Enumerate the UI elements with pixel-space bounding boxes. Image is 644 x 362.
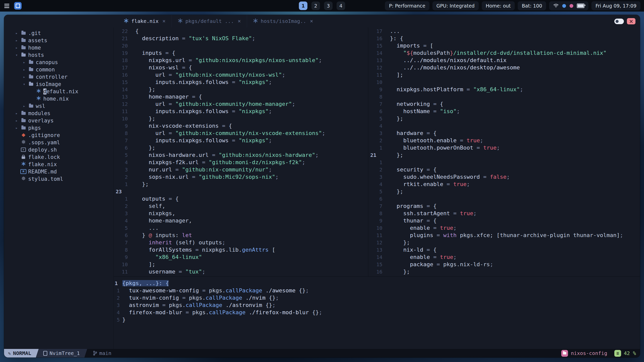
tree-item-isoImage[interactable]: ▾isoImage [4,80,113,88]
titlebar-toggle-button[interactable] [614,19,624,24]
chevron-right-icon[interactable]: ▸ [13,31,20,35]
chevron-down-icon[interactable]: ▾ [13,53,20,57]
code-line[interactable]: 8 [368,93,640,100]
workspace-button-4[interactable]: 4 [337,2,345,10]
code-line[interactable]: 13 ../../modules/nixos/default.nix [368,57,640,64]
tab-hosts/isoImag..[interactable]: hosts/isoImag..× [247,15,319,27]
bluetooth-icon[interactable] [562,4,566,8]
battery-icon[interactable] [577,4,584,8]
code-line[interactable]: 4 nixpkgs-f2k.url = "github:moni-dz/nixp… [114,159,368,166]
code-line[interactable]: 10 [368,78,640,86]
code-line[interactable]: 23 [114,188,368,195]
code-line[interactable]: 14 enable = true; [368,253,640,261]
code-line[interactable]: 3 hardware = { [368,129,640,137]
tree-item-flake.nix[interactable]: flake.nix [4,161,113,168]
code-line[interactable]: 10 ]; [114,261,368,268]
code-line[interactable]: 4 firefox-mod-blur = pkgs.callPackage ./… [114,309,640,316]
code-line[interactable]: 1 outputs = { [114,195,368,202]
tree-item-common[interactable]: ▸common [4,66,113,73]
tab-pkgs/default ...[interactable]: pkgs/default ...× [172,15,247,27]
clock[interactable]: Fri Aug 09, 17:09 [591,1,640,10]
code-line[interactable]: 17 nixos-wsl = { [114,64,368,71]
code-line[interactable]: 21 description = "tux's NixOS Flake"; [114,35,368,42]
code-line[interactable]: 16}: { [368,35,640,42]
code-line[interactable]: 7 programs = { [368,202,640,210]
workspace-button-3[interactable]: 3 [324,2,333,10]
chevron-right-icon[interactable]: ▸ [21,104,28,108]
chevron-right-icon[interactable]: ▸ [21,60,28,65]
code-line[interactable]: 15 package = pkgs.nix-ld-rs; [368,261,640,268]
window-close-button[interactable]: × [627,18,635,24]
code-line[interactable]: 5 ... [114,224,368,232]
tree-item-canopus[interactable]: ▸canopus [4,59,113,66]
tree-item-home[interactable]: ▸home [4,44,113,51]
battery-module[interactable]: Bat: 100 [518,1,546,10]
tree-item-.gitignore[interactable]: .gitignore [4,131,113,139]
chevron-right-icon[interactable]: ▸ [13,118,20,123]
code-line[interactable]: 5 }; [368,188,640,195]
code-line[interactable]: 2 security = { [368,166,640,173]
code-line[interactable]: 14 }; [114,86,368,93]
tree-item-modules[interactable]: ▸modules [4,110,113,117]
code-line[interactable]: 20 [114,42,368,49]
chevron-right-icon[interactable]: ▸ [13,111,20,116]
code-line[interactable]: 12 url = "github:nix-community/home-mana… [114,100,368,108]
tree-item-home.nix[interactable]: home.nix [4,95,113,102]
power-profile-module[interactable]: P: Performance [385,1,429,10]
tab-close-icon[interactable]: × [309,18,313,24]
tab-flake.nix[interactable]: flake.nix× [118,15,172,27]
tree-item-.sops.yaml[interactable]: .sops.yaml [4,139,113,146]
code-line[interactable]: 11 username = "tux"; [114,268,368,275]
code-line[interactable]: 9 thunar = { [368,217,640,224]
code-line[interactable]: 4 [368,122,640,129]
code-line[interactable]: 2 bluetooth.enable = true; [368,137,640,144]
chevron-right-icon[interactable]: ▸ [13,46,20,50]
code-line[interactable]: 9 nixpkgs.hostPlatform = "x86_64-linux"; [368,86,640,93]
tree-item-.git[interactable]: ▸.git [4,29,113,37]
code-line[interactable]: 19 inputs = { [114,49,368,57]
code-line[interactable]: 14 "${modulesPath}/installer/cd-dvd/inst… [368,49,640,57]
code-line[interactable]: 7 networking = { [368,100,640,108]
code-line[interactable]: 17... [368,27,640,35]
tree-item-pkgs[interactable]: ▸pkgs [4,124,113,131]
code-line[interactable]: 9 nix-vscode-extensions = { [114,122,368,129]
code-line[interactable]: 4 rtkit.enable = true; [368,180,640,188]
code-line[interactable]: 5 nixos-hardware.url = "github:nixos/nix… [114,151,368,159]
code-line[interactable]: 4 home-manager, [114,217,368,224]
tree-item-default.nix[interactable]: default.nix [4,88,113,95]
code-line[interactable]: 8 url = "github:nix-community/nix-vscode… [114,129,368,137]
code-line[interactable]: 1 }; [114,180,368,188]
code-line[interactable]: 9 "x86_64-linux" [114,253,368,261]
code-line[interactable]: 8 ssh.startAgent = true; [368,210,640,217]
code-line[interactable]: 16 }; [368,268,640,275]
code-line[interactable]: 12 ../../modules/nixos/desktop/awesome [368,64,640,71]
gpu-module[interactable]: GPU: Integrated [432,1,479,10]
tree-item-deploy.sh[interactable]: >deploy.sh [4,146,113,153]
code-line[interactable]: 6 } @ inputs: let [114,232,368,239]
code-line[interactable]: 18 nixpkgs.url = "github:nixos/nixpkgs/n… [114,57,368,64]
chevron-right-icon[interactable]: ▸ [13,38,20,43]
code-line[interactable]: 1 [368,159,640,166]
code-line[interactable]: 1 bluetooth.powerOnBoot = true; [368,144,640,151]
code-line[interactable]: 6 [368,195,640,202]
tree-item-stylua.toml[interactable]: stylua.toml [4,175,113,183]
menu-icon[interactable] [4,2,10,10]
code-line[interactable]: 16 url = "github:nix-community/nixos-wsl… [114,71,368,78]
code-line[interactable]: 2 tux-nvim-config = pkgs.callPackage ./n… [114,294,640,301]
tree-item-wsl[interactable]: ▸wsl [4,102,113,110]
code-line[interactable]: 3 nur.url = "github:nix-community/nur"; [114,166,368,173]
code-line[interactable]: 2 sops-nix.url = "github:Mic92/sops-nix"… [114,173,368,180]
code-line[interactable]: 3 nixpkgs, [114,210,368,217]
accent-dot-icon[interactable] [570,4,573,8]
code-line[interactable]: 11 ]; [368,71,640,78]
tree-item-hosts[interactable]: ▾hosts [4,51,113,59]
tree-item-assets[interactable]: ▸assets [4,37,113,44]
code-line[interactable]: 1{pkgs, ...}: { [114,280,640,287]
code-line[interactable]: 12 }; [368,239,640,246]
tree-item-README.md[interactable]: MREADME.md [4,168,113,175]
code-line[interactable]: 11 inputs.nixpkgs.follows = "nixpkgs"; [114,108,368,115]
code-line[interactable]: 8 forAllSystems = nixpkgs.lib.genAttrs [ [114,246,368,253]
code-line[interactable]: 21 }; [368,151,640,159]
code-line[interactable]: 2 self, [114,202,368,210]
tree-item-flake.lock[interactable]: flake.lock [4,153,113,161]
